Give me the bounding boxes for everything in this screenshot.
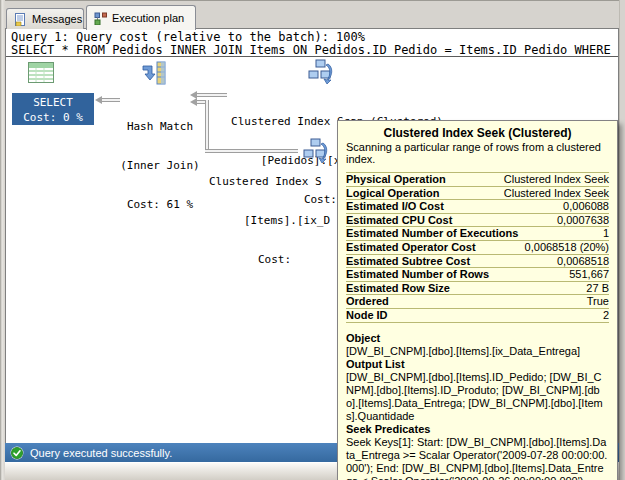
select-node[interactable]: SELECT Cost: 0 % xyxy=(12,93,94,125)
table-row: Estimated Number of Rows551,667 xyxy=(346,268,609,282)
index-seek-cost: Cost: xyxy=(258,253,330,266)
select-node-cost: Cost: 0 % xyxy=(12,110,94,125)
section-text-object: [DW_BI_CNPM].[dbo].[Items].[ix_Data_Entr… xyxy=(346,345,609,358)
arrow-shaft xyxy=(197,93,227,97)
tab-messages-label: Messages xyxy=(32,13,82,25)
result-grid-icon xyxy=(26,60,56,86)
tooltip-properties-table: Physical OperationClustered Index Seek L… xyxy=(346,172,609,323)
select-node-title: SELECT xyxy=(12,95,94,110)
table-row: Estimated I/O Cost0,006088 xyxy=(346,200,609,214)
table-row: Estimated Operator Cost0,0068518 (20%) xyxy=(346,241,609,255)
tooltip-title: Clustered Index Seek (Clustered) xyxy=(346,126,609,140)
execution-plan-tab-icon xyxy=(94,12,108,25)
table-row: Node ID2 xyxy=(346,309,609,323)
tab-execution-plan[interactable]: Execution plan xyxy=(86,5,196,30)
query-statement-line: SELECT * FROM Pedidos INNER JOIN Items O… xyxy=(11,43,618,57)
messages-tab-icon xyxy=(14,13,28,26)
clustered-index-seek-node[interactable]: Clustered Index S [Items].[ix_D Cost: xyxy=(209,149,330,292)
table-row: Physical OperationClustered Index Seek xyxy=(346,173,609,187)
tab-messages[interactable]: Messages xyxy=(6,8,84,29)
table-row: Logical OperationClustered Index Seek xyxy=(346,187,609,201)
table-row: Estimated Row Size27 B xyxy=(346,282,609,296)
arrow-shaft-vertical xyxy=(205,100,209,153)
table-row: Estimated Number of Executions1 xyxy=(346,227,609,241)
success-check-icon xyxy=(10,446,24,460)
section-heading-object: Object xyxy=(346,332,609,345)
table-row: Estimated CPU Cost0,0007638 xyxy=(346,214,609,228)
arrow-to-select xyxy=(95,96,102,104)
window-left-edge xyxy=(0,0,5,480)
hash-match-node[interactable]: Hash Match (Inner Join) Cost: 61 % xyxy=(116,94,204,237)
section-text-seek-predicates: Seek Keys[1]: Start: [DW_BI_CNPM].[dbo].… xyxy=(346,436,609,480)
clustered-index-scan-icon xyxy=(306,58,336,85)
hash-match-cost: Cost: 61 % xyxy=(116,198,204,211)
section-text-output-list: [DW_BI_CNPM].[dbo].[Items].ID_Pedido; [D… xyxy=(346,371,609,423)
hash-match-title: Hash Match xyxy=(116,120,204,133)
operator-tooltip: Clustered Index Seek (Clustered) Scannin… xyxy=(337,120,618,480)
table-row: OrderedTrue xyxy=(346,295,609,309)
hash-match-icon xyxy=(139,59,169,87)
hash-match-subtitle: (Inner Join) xyxy=(116,159,204,172)
query-cost-line: Query 1: Query cost (relative to the bat… xyxy=(11,30,365,44)
section-heading-seek-predicates: Seek Predicates xyxy=(346,423,609,436)
table-row: Estimated Subtree Cost0,0068518 xyxy=(346,255,609,269)
ssms-execution-plan-window: Messages Execution plan Query 1: Query c… xyxy=(0,0,625,480)
tooltip-description: Scanning a particular range of rows from… xyxy=(346,141,609,165)
index-seek-title: Clustered Index S xyxy=(209,175,330,188)
status-message: Query executed successfully. xyxy=(30,447,172,459)
query-cost-header: Query 1: Query cost (relative to the bat… xyxy=(6,29,618,57)
tooltip-detail-sections: Object [DW_BI_CNPM].[dbo].[Items].[ix_Da… xyxy=(346,332,609,480)
tab-execution-plan-label: Execution plan xyxy=(112,12,184,24)
section-heading-output-list: Output List xyxy=(346,358,609,371)
arrow-to-hash-match-bottom xyxy=(190,98,197,106)
window-right-edge xyxy=(619,0,625,480)
index-seek-object: [Items].[ix_D xyxy=(244,214,330,227)
